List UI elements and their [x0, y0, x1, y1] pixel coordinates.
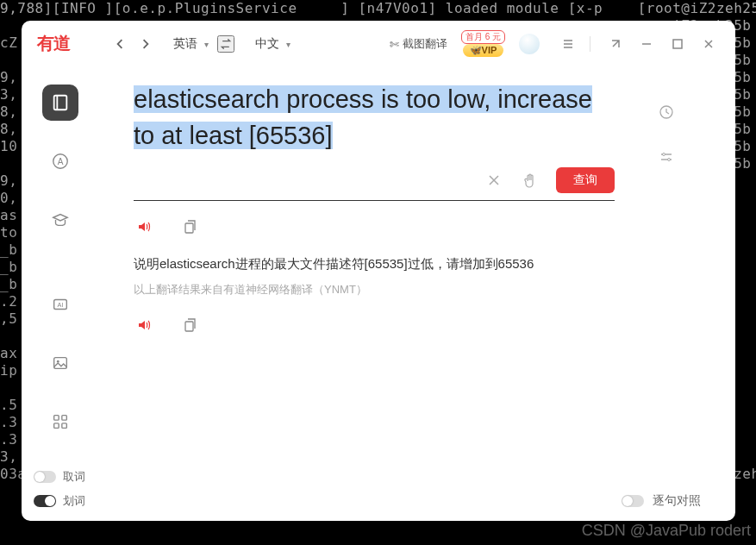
- sidebar-item-annotate[interactable]: A: [42, 143, 78, 179]
- body-area: A AI 取词 划词: [22, 67, 735, 521]
- copy-source-button[interactable]: [178, 216, 199, 237]
- main-content: elasticsearch process is too low, increa…: [99, 67, 642, 521]
- toggle-switch[interactable]: [34, 495, 56, 507]
- maximize-button[interactable]: [666, 33, 689, 55]
- result-actions-1: [134, 216, 615, 237]
- menu-button[interactable]: [557, 33, 579, 55]
- svg-rect-1: [54, 96, 67, 110]
- graduation-cap-icon: [51, 210, 70, 229]
- svg-rect-6: [54, 358, 67, 369]
- toggle-label: 取词: [63, 469, 85, 485]
- sidebar-item-learn[interactable]: [42, 202, 78, 238]
- toggle-quci[interactable]: 取词: [34, 469, 99, 485]
- clock-icon: [659, 104, 674, 120]
- source-language-label: 英语: [173, 36, 197, 52]
- vip-badge[interactable]: 首月 6 元 🦋 VIP: [461, 32, 505, 57]
- screenshot-translate-button[interactable]: ✄ 截图翻译: [390, 36, 447, 52]
- swap-languages-button[interactable]: [217, 35, 234, 53]
- copy-icon: [181, 317, 197, 333]
- handwrite-button[interactable]: [520, 170, 540, 191]
- right-rail: [642, 67, 690, 521]
- clear-button[interactable]: [484, 170, 504, 191]
- svg-rect-11: [62, 423, 67, 429]
- watermark: CSDN @JavaPub rodert: [582, 522, 751, 540]
- sidebar-item-ai[interactable]: AI: [42, 286, 78, 323]
- sidebar-item-dictionary[interactable]: [42, 85, 78, 121]
- scissors-icon: ✄: [390, 38, 399, 51]
- avatar[interactable]: [519, 34, 540, 54]
- back-button[interactable]: [109, 34, 130, 54]
- speaker-icon: [136, 219, 152, 235]
- apps-icon: [51, 412, 70, 431]
- youdao-window: 有道 英语 ▾ 中文 ▾ ✄ 截图翻译 首月 6 元 🦋 VIP: [22, 21, 735, 521]
- input-section: elasticsearch process is too low, increa…: [134, 76, 615, 201]
- brand-logo: 有道: [37, 32, 80, 56]
- hand-icon: [522, 172, 538, 188]
- close-icon: [486, 172, 502, 188]
- popout-button[interactable]: [604, 33, 627, 55]
- vip-label: 🦋 VIP: [463, 44, 504, 57]
- svg-rect-10: [54, 423, 59, 429]
- query-button[interactable]: 查询: [556, 167, 615, 193]
- speak-result-button[interactable]: [134, 315, 154, 335]
- vip-promo-label: 首月 6 元: [461, 30, 505, 44]
- target-language-label: 中文: [255, 36, 279, 52]
- sliders-icon: [659, 149, 674, 165]
- image-icon: [51, 354, 70, 373]
- source-text-input[interactable]: elasticsearch process is too low, increa…: [134, 76, 615, 159]
- settings-button[interactable]: [656, 147, 677, 167]
- toggle-label: 划词: [63, 493, 85, 509]
- svg-point-15: [663, 153, 665, 156]
- close-button[interactable]: [697, 33, 720, 55]
- toggle-huaci[interactable]: 划词: [34, 493, 99, 509]
- sidebar-item-apps[interactable]: [42, 404, 78, 440]
- screenshot-translate-label: 截图翻译: [403, 36, 447, 52]
- forward-button[interactable]: [135, 34, 156, 54]
- copy-result-button[interactable]: [178, 315, 199, 335]
- svg-rect-0: [673, 40, 682, 48]
- sentence-align-toggle[interactable]: [622, 495, 644, 507]
- sidebar-bottom-toggles: 取词 划词: [22, 469, 99, 509]
- sidebar-item-image[interactable]: [42, 345, 78, 381]
- divider: [590, 36, 590, 52]
- source-language-select[interactable]: 英语 ▾: [173, 36, 209, 52]
- result-actions-2: [134, 315, 615, 335]
- book-icon: [51, 93, 70, 112]
- svg-text:AI: AI: [58, 301, 64, 309]
- sentence-align-label: 逐句对照: [653, 493, 701, 509]
- a-circle-icon: A: [51, 152, 70, 171]
- svg-text:A: A: [58, 157, 64, 166]
- svg-rect-12: [185, 223, 193, 233]
- chevron-down-icon: ▾: [204, 40, 209, 49]
- sidebar: A AI 取词 划词: [22, 67, 99, 521]
- source-text-selection: elasticsearch process is too low, increa…: [134, 85, 592, 149]
- ai-icon: AI: [51, 295, 70, 314]
- svg-rect-13: [185, 322, 193, 331]
- toggle-switch[interactable]: [34, 471, 56, 483]
- speaker-icon: [136, 317, 152, 333]
- copy-icon: [181, 219, 197, 235]
- svg-point-16: [668, 159, 671, 161]
- svg-rect-9: [62, 416, 67, 421]
- titlebar: 有道 英语 ▾ 中文 ▾ ✄ 截图翻译 首月 6 元 🦋 VIP: [22, 21, 735, 67]
- chevron-down-icon: ▾: [286, 40, 291, 49]
- translation-note: 以上翻译结果来自有道神经网络翻译（YNMT）: [134, 282, 615, 298]
- translation-result-text: 说明elasticsearch进程的最大文件描述符[65535]过低，请增加到6…: [134, 253, 615, 275]
- minimize-button[interactable]: [635, 33, 658, 55]
- speak-source-button[interactable]: [134, 216, 154, 237]
- target-language-select[interactable]: 中文 ▾: [255, 36, 291, 52]
- history-button[interactable]: [656, 102, 677, 122]
- svg-rect-8: [54, 416, 59, 421]
- footer-toggle: 逐句对照: [622, 493, 701, 509]
